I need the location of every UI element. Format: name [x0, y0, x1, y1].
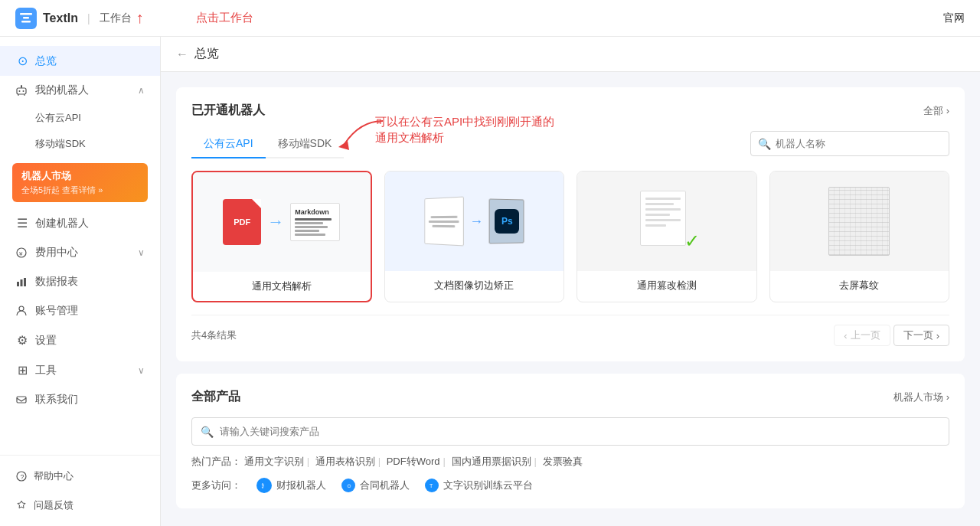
create-icon: ☰	[15, 216, 29, 230]
robot-search-input[interactable]	[750, 131, 949, 156]
svg-rect-13	[21, 279, 23, 286]
robot-card-img-img-correct: → Ps	[385, 172, 564, 271]
view-all-button[interactable]: 全部 ›	[923, 104, 949, 118]
hot-item-2[interactable]: 通用表格识别	[315, 456, 375, 467]
prev-page-button[interactable]: ‹ 上一页	[834, 325, 890, 346]
chevron-right-icon: ›	[946, 105, 949, 116]
settings-icon: ⚙	[15, 333, 29, 348]
svg-rect-3	[21, 21, 31, 23]
sidebar-item-billing[interactable]: ¥ 费用中心 ∨	[0, 238, 160, 267]
products-section-title: 全部产品	[191, 389, 240, 405]
sidebar-help[interactable]: ? 帮助中心	[0, 462, 160, 491]
robots-section-title: 已开通机器人	[191, 103, 265, 119]
contact-icon	[15, 394, 29, 406]
market-link[interactable]: 机器人市场 ›	[893, 390, 949, 404]
more-links: 更多访问： ₿ 财报机器人	[191, 478, 949, 493]
tamper-illustration: ✓	[577, 172, 756, 271]
hot-products: 热门产品： 通用文字识别| 通用表格识别| PDF转Word| 国内通用票据识别…	[191, 455, 949, 469]
robot-card-label-img-correct: 文档图像切边矫正	[385, 271, 564, 300]
contract-dot: ⊙	[341, 479, 355, 492]
market-banner-subtitle: 全场5折起 查看详情 »	[21, 185, 139, 196]
workbench-label[interactable]: 工作台 ↑	[100, 9, 144, 27]
official-link[interactable]: 官网	[943, 11, 965, 25]
back-button[interactable]: ←	[176, 47, 188, 61]
robot-card-img-correct[interactable]: → Ps 文档图像切边矫正	[384, 171, 565, 302]
robot-card-img-tamper: ✓	[577, 172, 756, 271]
sidebar-item-settings[interactable]: ⚙ 设置	[0, 325, 160, 355]
sidebar-bottom: ? 帮助中心 问题反馈	[0, 455, 160, 526]
data-report-label: 数据报表	[35, 275, 78, 289]
ps-icon: Ps	[495, 209, 519, 234]
robot-card-label-tamper: 通用篡改检测	[577, 271, 756, 300]
svg-rect-4	[17, 88, 26, 94]
svg-text:₿: ₿	[261, 483, 264, 488]
robot-card-moire[interactable]: 去屏幕纹	[769, 171, 950, 302]
more-link-training-platform[interactable]: T 文字识别训练云平台	[425, 479, 533, 492]
logo-area: TextIn | 工作台 ↑ 点击工作台	[15, 8, 253, 29]
create-robot-label: 创建机器人	[35, 217, 89, 230]
market-banner[interactable]: 机器人市场 全场5折起 查看详情 »	[12, 163, 148, 202]
app-name: TextIn	[43, 11, 78, 25]
sidebar-sub-robots: 公有云API 移动端SDK	[0, 105, 160, 157]
top-header: TextIn | 工作台 ↑ 点击工作台 官网	[0, 0, 980, 37]
platform-dot: T	[425, 479, 439, 492]
pdf-icon: PDF	[223, 199, 261, 245]
product-search-input[interactable]	[191, 417, 949, 446]
hot-item-5[interactable]: 发票验真	[543, 456, 583, 467]
hot-item-1[interactable]: 通用文字识别	[244, 456, 304, 467]
sidebar-item-account[interactable]: 账号管理	[0, 296, 160, 325]
help-label: 帮助中心	[34, 469, 74, 483]
pagination: 共4条结果 ‹ 上一页 下一页 ›	[191, 315, 949, 346]
feedback-label: 问题反馈	[34, 498, 74, 512]
svg-rect-14	[24, 278, 26, 286]
more-link-contract[interactable]: ⊙ 合同机器人	[341, 479, 410, 492]
sidebar-item-data-report[interactable]: 数据报表	[0, 267, 160, 296]
tab-mobile-sdk[interactable]: 移动端SDK	[266, 131, 345, 158]
products-section: 全部产品 机器人市场 › 🔍 热门产品： 通用文字识别| 通用表格识别|	[176, 374, 965, 508]
help-icon: ?	[15, 470, 28, 482]
sidebar-sub-public-api[interactable]: 公有云API	[35, 105, 160, 131]
sidebar-item-create-robot[interactable]: ☰ 创建机器人	[0, 208, 160, 238]
robot-card-img-doc-parse: PDF → Markdown	[193, 172, 371, 272]
settings-label: 设置	[35, 334, 57, 348]
sidebar-feedback[interactable]: 问题反馈	[0, 491, 160, 520]
moire-illustration	[770, 172, 949, 271]
hot-item-4[interactable]: 国内通用票据识别	[452, 456, 531, 467]
svg-rect-2	[23, 17, 29, 19]
sidebar-item-tools[interactable]: ⊞ 工具 ∨	[0, 355, 160, 385]
robots-section: 已开通机器人 全部 › 公有云API 移动端SDK	[176, 87, 965, 361]
sidebar-sub-mobile-sdk[interactable]: 移动端SDK	[35, 131, 160, 157]
sidebar-item-overview[interactable]: ⊙ 总览	[0, 46, 160, 76]
svg-rect-1	[20, 13, 32, 15]
workbench-annotation: 点击工作台	[196, 11, 253, 24]
sidebar-item-contact[interactable]: 联系我们	[0, 385, 160, 414]
billing-label: 费用中心	[35, 246, 78, 260]
svg-point-15	[19, 306, 24, 311]
pagination-buttons: ‹ 上一页 下一页 ›	[834, 325, 949, 346]
sidebar-item-my-robots[interactable]: 我的机器人 ∧	[0, 76, 160, 105]
robots-section-header: 已开通机器人 全部 ›	[191, 103, 949, 119]
hot-item-3[interactable]: PDF转Word	[387, 456, 440, 467]
main-layout: ⊙ 总览 我的机器人 ∧	[0, 37, 980, 526]
svg-text:⊙: ⊙	[347, 483, 351, 488]
robots-chevron-icon: ∧	[138, 85, 145, 96]
logo-icon	[15, 8, 37, 29]
robot-card-tamper[interactable]: ✓ 通用篡改检测	[577, 171, 757, 302]
svg-rect-7	[21, 85, 22, 88]
robot-card-doc-parse[interactable]: PDF → Markdown	[191, 171, 372, 302]
robots-grid: PDF → Markdown	[191, 171, 949, 302]
overview-icon: ⊙	[15, 54, 29, 68]
tools-chevron-icon: ∨	[138, 365, 145, 376]
next-page-button[interactable]: 下一页 ›	[893, 325, 949, 346]
svg-point-6	[23, 90, 24, 92]
robots-tabs: 公有云API 移动端SDK	[191, 131, 344, 158]
svg-text:¥: ¥	[18, 250, 23, 257]
pagination-total: 共4条结果	[191, 328, 237, 342]
sidebar-top: ⊙ 总览 我的机器人 ∧	[0, 37, 160, 423]
tab-public-api[interactable]: 公有云API	[191, 131, 266, 158]
robot-search: 🔍	[750, 131, 949, 156]
prev-chevron-icon: ‹	[844, 330, 847, 341]
more-link-finance[interactable]: ₿ 财报机器人	[256, 478, 326, 493]
sidebar-overview-label: 总览	[35, 54, 57, 68]
svg-rect-12	[17, 282, 19, 286]
